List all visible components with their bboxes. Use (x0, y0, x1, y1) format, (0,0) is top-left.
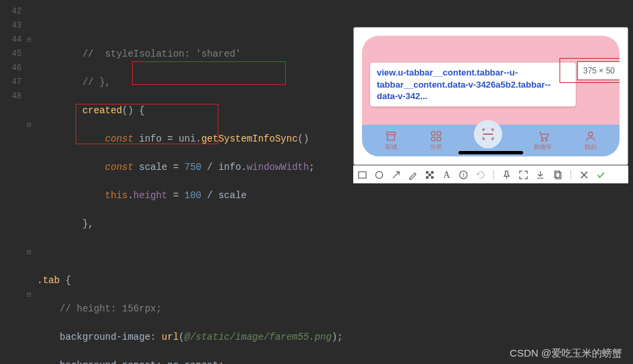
grid-icon (429, 130, 443, 142)
scan-icon (481, 127, 495, 142)
cart-icon (537, 130, 550, 142)
svg-point-8 (375, 171, 382, 178)
svg-point-4 (541, 139, 543, 140)
svg-point-6 (589, 132, 593, 136)
arrow-tool-icon[interactable] (391, 170, 401, 180)
save-icon[interactable] (535, 170, 545, 180)
separator: | (568, 169, 573, 180)
tab-mine[interactable]: 我的 (584, 130, 597, 152)
user-icon (584, 130, 597, 142)
tooltip-dimensions: 375 × 50 (577, 61, 620, 80)
tab-label: 商城 (385, 143, 397, 152)
text-tool-icon[interactable]: A (442, 170, 452, 180)
svg-rect-0 (431, 131, 435, 135)
svg-rect-10 (431, 171, 433, 173)
device-screen: view.u-tabbar__content.tabbar--u-tabbar_… (362, 36, 620, 156)
tab-center-scan[interactable] (474, 120, 502, 148)
tooltip-selector-text: view.u-tabbar__content.tabbar--u-tabbar_… (377, 67, 551, 101)
copy-icon[interactable] (552, 170, 562, 180)
pencil-tool-icon[interactable] (408, 170, 418, 180)
home-indicator (458, 151, 523, 154)
rectangle-tool-icon[interactable] (357, 170, 367, 180)
svg-rect-1 (437, 131, 440, 135)
mosaic-tool-icon[interactable] (425, 170, 435, 180)
line-number-gutter: 42434445464748 (0, 0, 27, 364)
tab-label: 分类 (430, 143, 442, 152)
svg-rect-2 (431, 137, 435, 140)
tab-cart[interactable]: 购物车 (534, 130, 552, 152)
fullscreen-icon[interactable] (518, 170, 529, 180)
close-icon[interactable] (579, 170, 589, 180)
svg-text:1: 1 (462, 173, 465, 178)
device-preview-panel: view.u-tabbar__content.tabbar--u-tabbar_… (353, 27, 628, 165)
tab-label: 购物车 (534, 143, 552, 152)
svg-rect-12 (426, 176, 429, 179)
element-inspector-tooltip: view.u-tabbar__content.tabbar--u-tabbar_… (370, 63, 576, 107)
svg-rect-13 (431, 176, 433, 179)
tab-category[interactable]: 分类 (429, 130, 443, 152)
tab-mall[interactable]: 商城 (384, 130, 398, 152)
svg-point-5 (545, 139, 547, 140)
sequence-tool-icon[interactable]: 1 (458, 170, 469, 180)
fold-gutter[interactable]: ⊟⊟⊟⊟ (27, 0, 37, 364)
svg-rect-11 (429, 173, 431, 176)
annotation-toolbar: A 1 | | (353, 165, 628, 183)
app-tabbar: 商城 分类 购物车 我的 (362, 125, 620, 156)
tab-label: 我的 (584, 143, 597, 152)
shop-icon (384, 130, 398, 142)
pin-icon[interactable] (502, 170, 512, 180)
separator: | (491, 169, 496, 180)
svg-rect-9 (426, 171, 429, 173)
svg-rect-7 (359, 171, 366, 177)
undo-icon[interactable] (475, 170, 485, 180)
svg-rect-3 (437, 137, 440, 140)
circle-tool-icon[interactable] (374, 170, 384, 180)
confirm-icon[interactable] (596, 170, 606, 180)
